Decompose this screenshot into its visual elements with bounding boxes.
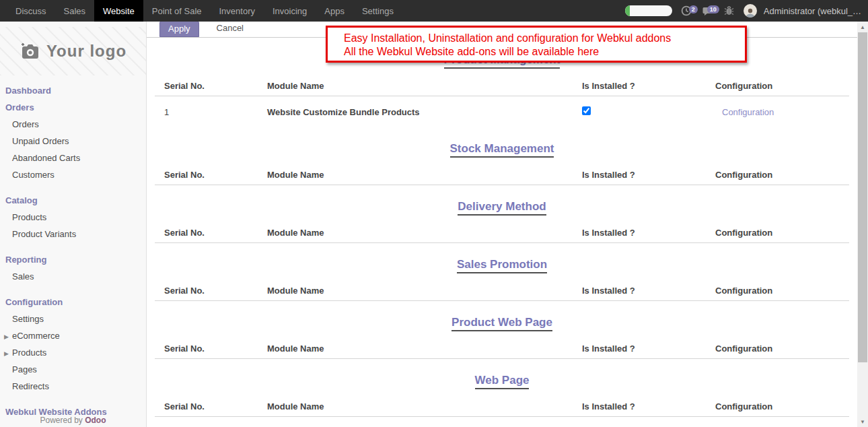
table-header-row: Serial No.Module NameIs Installed ?Confi… xyxy=(155,339,849,359)
section-product-management: Product ManagementSerial No.Module NameI… xyxy=(155,53,849,127)
column-header-serial: Serial No. xyxy=(164,286,267,296)
section-delivery-method: Delivery MethodSerial No.Module NameIs I… xyxy=(155,200,849,243)
sidebar-item-configuration[interactable]: Configuration xyxy=(0,294,146,310)
column-header-installed: Is Installed ? xyxy=(582,170,715,180)
sidebar-item-customers[interactable]: Customers xyxy=(0,166,146,183)
topbar-menu-apps[interactable]: Apps xyxy=(316,0,353,22)
user-menu[interactable]: Administrator (webkul_… xyxy=(764,6,861,16)
section-stock-management: Stock ManagementSerial No.Module NameIs … xyxy=(155,142,849,185)
table-row: 1Website Customize Bundle ProductsConfig… xyxy=(155,96,849,127)
topbar-menu-settings[interactable]: Settings xyxy=(353,0,402,22)
section-title: Stock Management xyxy=(155,142,849,157)
sidebar-item-redirects[interactable]: Redirects xyxy=(0,378,146,395)
cell-serial: 1 xyxy=(164,107,267,117)
cancel-button[interactable]: Cancel xyxy=(209,22,252,37)
column-header-module: Module Name xyxy=(267,286,582,296)
column-header-installed: Is Installed ? xyxy=(582,81,715,91)
sidebar-item-products[interactable]: Products xyxy=(0,209,146,226)
cell-configuration: Configuration xyxy=(715,107,849,117)
column-header-serial: Serial No. xyxy=(164,228,267,238)
section-title: Sales Promotion xyxy=(155,258,849,273)
activities-button[interactable]: 2 xyxy=(679,4,694,18)
column-header-module: Module Name xyxy=(267,170,582,180)
column-header-config: Configuration xyxy=(715,228,849,238)
scroll-up-arrow[interactable]: ▲ xyxy=(857,22,868,32)
column-header-installed: Is Installed ? xyxy=(582,228,715,238)
topbar-menu-point-of-sale[interactable]: Point of Sale xyxy=(143,0,211,22)
sidebar-item-ecommerce[interactable]: ▶eCommerce xyxy=(0,327,146,344)
column-header-config: Configuration xyxy=(715,81,849,91)
message-count-badge: 10 xyxy=(707,5,719,13)
powered-by-label: Powered by xyxy=(40,416,82,425)
progress-fill xyxy=(625,5,630,16)
installed-checkbox[interactable] xyxy=(582,106,591,115)
sidebar-item-orders[interactable]: Orders xyxy=(0,99,146,116)
chevron-right-icon: ▶ xyxy=(4,348,9,360)
bug-icon xyxy=(724,5,734,16)
column-header-serial: Serial No. xyxy=(164,170,267,180)
sidebar-item-orders[interactable]: Orders xyxy=(0,116,146,133)
column-header-module: Module Name xyxy=(267,401,582,412)
configuration-link[interactable]: Configuration xyxy=(715,107,774,117)
sidebar-item-settings[interactable]: Settings xyxy=(0,310,146,327)
section-title-text: Sales Promotion xyxy=(457,258,547,273)
sidebar-item-dashboard[interactable]: Dashboard xyxy=(0,82,146,99)
section-sales-promotion: Sales PromotionSerial No.Module NameIs I… xyxy=(155,258,849,301)
topbar-menu-sales[interactable]: Sales xyxy=(55,0,95,22)
cell-module-name: Website Customize Bundle Products xyxy=(267,107,582,117)
table-header-row: Serial No.Module NameIs Installed ?Confi… xyxy=(155,76,849,96)
annotation-line1: Easy Installation, Uninstallation and co… xyxy=(344,32,745,45)
sidebar-nav: DashboardOrdersOrdersUnpaid OrdersAbando… xyxy=(0,79,146,423)
table-header-row: Serial No.Module NameIs Installed ?Confi… xyxy=(155,281,849,301)
table-header-row: Serial No.Module NameIs Installed ?Confi… xyxy=(155,165,849,185)
person-icon xyxy=(745,8,756,18)
section-product-web-page: Product Web PageSerial No.Module NameIs … xyxy=(155,316,849,359)
sidebar-item-product-variants[interactable]: Product Variants xyxy=(0,226,146,242)
annotation-callout: Easy Installation, Uninstallation and co… xyxy=(326,26,747,63)
section-title-text: Product Web Page xyxy=(451,316,552,331)
table-header-row: Serial No.Module NameIs Installed ?Confi… xyxy=(155,223,849,243)
column-header-config: Configuration xyxy=(715,286,849,296)
section-title: Product Web Page xyxy=(155,316,849,331)
column-header-installed: Is Installed ? xyxy=(582,343,715,354)
section-title: Web Page xyxy=(155,374,849,389)
section-web-page: Web PageSerial No.Module NameIs Installe… xyxy=(155,374,849,417)
topbar-menu-website[interactable]: Website xyxy=(94,0,143,22)
column-header-config: Configuration xyxy=(715,343,849,354)
vertical-scrollbar[interactable]: ▲ ▼ xyxy=(857,22,868,427)
debug-button[interactable] xyxy=(722,4,737,18)
sidebar-item-catalog[interactable]: Catalog xyxy=(0,192,146,209)
annotation-line2: All the Webkul Website add-ons will be a… xyxy=(344,45,745,59)
section-title-text: Web Page xyxy=(475,374,530,389)
progress-pill[interactable] xyxy=(625,5,672,16)
sidebar-item-sales[interactable]: Sales xyxy=(0,268,146,285)
logo-block: Your logo xyxy=(0,27,146,75)
column-header-module: Module Name xyxy=(267,228,582,238)
column-header-config: Configuration xyxy=(715,170,849,180)
column-header-installed: Is Installed ? xyxy=(582,286,715,296)
column-header-module: Module Name xyxy=(267,343,582,354)
messages-button[interactable]: 10 xyxy=(700,4,715,18)
logo-text: Your logo xyxy=(46,42,126,61)
scroll-down-arrow[interactable]: ▼ xyxy=(857,416,868,427)
topbar-menu-discuss[interactable]: Discuss xyxy=(7,0,55,22)
topbar-menu-inventory[interactable]: Inventory xyxy=(211,0,264,22)
sidebar-item-products[interactable]: ▶Products xyxy=(0,344,146,361)
sidebar-item-abandoned-carts[interactable]: Abandoned Carts xyxy=(0,150,146,166)
user-avatar[interactable] xyxy=(744,4,757,18)
section-title-text: Stock Management xyxy=(450,142,554,158)
content-area: Apply Cancel Easy Installation, Uninstal… xyxy=(147,22,857,427)
sidebar-item-unpaid-orders[interactable]: Unpaid Orders xyxy=(0,133,146,150)
scrollbar-thumb[interactable] xyxy=(858,32,867,362)
column-header-serial: Serial No. xyxy=(164,401,267,412)
main-layout: Your logo DashboardOrdersOrdersUnpaid Or… xyxy=(0,22,868,427)
odoo-brand-link[interactable]: Odoo xyxy=(85,416,106,425)
column-header-config: Configuration xyxy=(715,401,849,412)
section-title: Delivery Method xyxy=(155,200,849,215)
section-title-text: Delivery Method xyxy=(458,200,546,216)
sidebar-item-pages[interactable]: Pages xyxy=(0,361,146,378)
cell-installed xyxy=(582,106,715,117)
sidebar-item-reporting[interactable]: Reporting xyxy=(0,251,146,268)
topbar-menu-invoicing[interactable]: Invoicing xyxy=(264,0,316,22)
apply-button[interactable]: Apply xyxy=(159,22,199,37)
